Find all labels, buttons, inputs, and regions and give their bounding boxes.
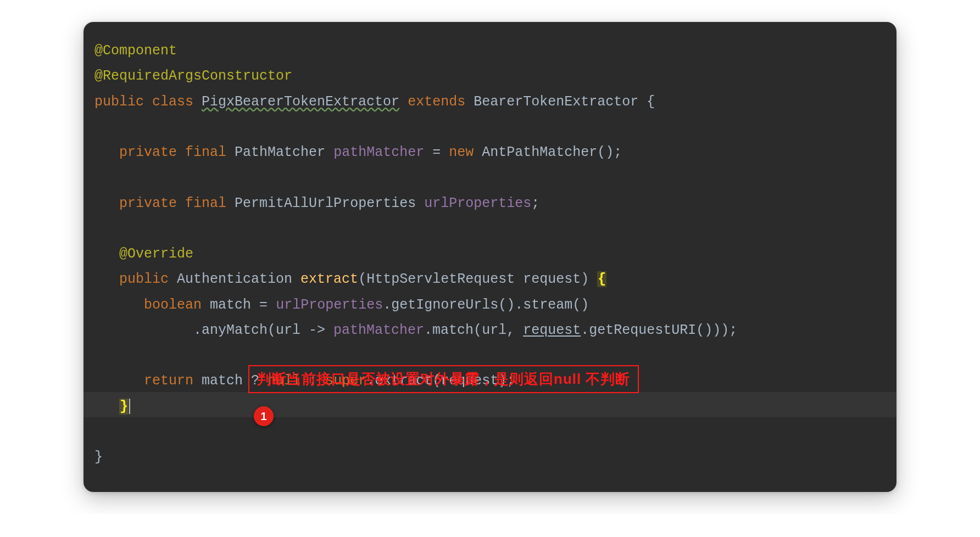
kw-extends: extends bbox=[408, 94, 465, 110]
class-close-brace: } bbox=[94, 449, 103, 465]
annotation-component: @Component bbox=[94, 43, 177, 59]
var-match: match bbox=[210, 297, 251, 313]
field-pathmatcher: pathMatcher bbox=[333, 144, 424, 160]
field-urlproperties-ref: urlProperties bbox=[276, 297, 383, 313]
annotation-badge: 1 bbox=[254, 406, 274, 426]
kw-final: final bbox=[185, 195, 226, 211]
kw-return: return bbox=[144, 373, 193, 389]
super-class: BearerTokenExtractor bbox=[474, 94, 638, 110]
code-editor: @Component @RequiredArgsConstructor publ… bbox=[83, 22, 897, 492]
field-pathmatcher-ref: pathMatcher bbox=[333, 322, 424, 338]
match-tail: .getRequestURI())); bbox=[581, 322, 737, 338]
annotation-callout: 判断当前接口是否被设置对外暴露，是则返回null 不判断 bbox=[248, 365, 639, 393]
call-stream: .getIgnoreUrls().stream() bbox=[383, 297, 589, 313]
var-match-ref: match bbox=[202, 373, 243, 389]
caret bbox=[129, 399, 130, 414]
kw-private: private bbox=[119, 195, 177, 211]
kw-public: public bbox=[119, 271, 169, 287]
kw-final: final bbox=[185, 144, 226, 160]
semicolon: ; bbox=[531, 195, 539, 211]
annotation-required-args: @RequiredArgsConstructor bbox=[94, 68, 292, 84]
param-name: request bbox=[523, 271, 581, 287]
field-urlproperties: urlProperties bbox=[424, 195, 531, 211]
lparen: ( bbox=[358, 271, 366, 287]
type-pathmatcher: PathMatcher bbox=[235, 144, 325, 160]
param-type: HttpServletRequest bbox=[366, 271, 515, 287]
request-underlined: request bbox=[523, 322, 581, 338]
badge-number: 1 bbox=[260, 410, 266, 423]
open-brace-highlight: { bbox=[597, 271, 606, 287]
match-call: .match(url, bbox=[424, 322, 523, 338]
anymatch-prefix: .anyMatch(url -> bbox=[193, 322, 333, 338]
close-brace-highlight: } bbox=[119, 399, 129, 415]
annotation-override: @Override bbox=[119, 246, 193, 262]
method-extract: extract bbox=[300, 271, 358, 287]
kw-class: class bbox=[152, 94, 193, 110]
kw-private: private bbox=[119, 144, 177, 160]
ctor-antpathmatcher: AntPathMatcher bbox=[482, 144, 597, 160]
class-name: PigxBearerTokenExtractor bbox=[202, 94, 399, 110]
kw-public: public bbox=[94, 94, 144, 110]
type-permitallurl: PermitAllUrlProperties bbox=[235, 195, 416, 211]
ret-type: Authentication bbox=[177, 271, 292, 287]
open-brace: { bbox=[647, 94, 655, 110]
eq: = bbox=[259, 297, 268, 313]
tail: (); bbox=[597, 144, 622, 160]
kw-new: new bbox=[449, 144, 474, 160]
rparen: ) bbox=[581, 271, 597, 287]
code-block[interactable]: @Component @RequiredArgsConstructor publ… bbox=[94, 38, 886, 470]
callout-text: 判断当前接口是否被设置对外暴露，是则返回null 不判断 bbox=[257, 371, 630, 387]
equals: = bbox=[432, 144, 441, 160]
kw-boolean: boolean bbox=[144, 297, 202, 313]
